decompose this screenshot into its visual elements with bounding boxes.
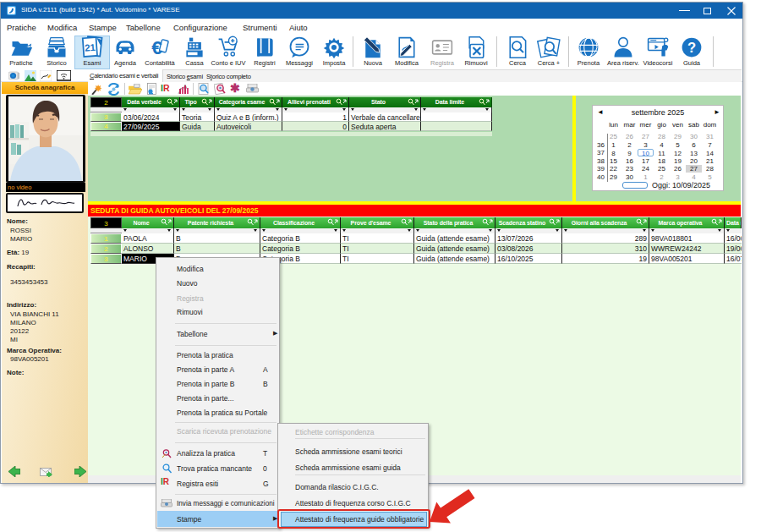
svg-text:21: 21 bbox=[85, 42, 96, 53]
svg-text:€: € bbox=[151, 36, 162, 58]
svg-text:?: ? bbox=[687, 40, 696, 56]
